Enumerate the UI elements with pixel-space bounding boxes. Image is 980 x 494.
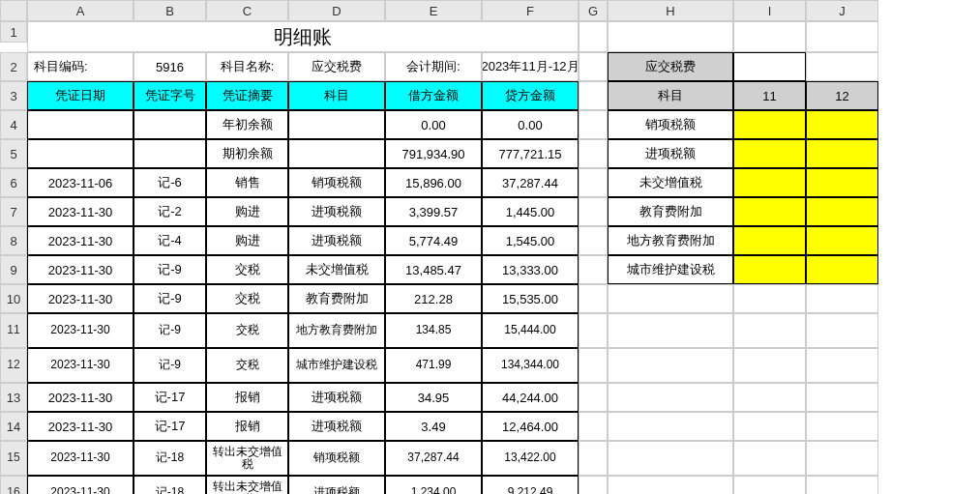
row-header-3[interactable]: 3	[0, 81, 27, 110]
col-header-D[interactable]: D	[288, 0, 385, 21]
cell-credit[interactable]: 37,287.44	[482, 168, 579, 197]
row-header-12[interactable]: 12	[0, 348, 27, 383]
cell-debit[interactable]: 37,287.44	[385, 441, 482, 476]
cell-vno[interactable]: 记-2	[134, 197, 206, 226]
cell-subject[interactable]: 销项税额	[288, 441, 385, 476]
cell-subject[interactable]: 进项税额	[288, 412, 385, 441]
empty-cell[interactable]	[579, 197, 608, 226]
cell-debit[interactable]: 0.00	[385, 110, 482, 139]
cell-vno[interactable]: 记-17	[134, 412, 206, 441]
col-header-E[interactable]: E	[385, 0, 482, 21]
side-val-11[interactable]	[733, 197, 806, 226]
cell-credit[interactable]: 13,333.00	[482, 255, 579, 284]
empty-cell[interactable]	[806, 348, 878, 383]
row-header-8[interactable]: 8	[0, 226, 27, 255]
col-header-J[interactable]: J	[806, 0, 878, 21]
empty-cell[interactable]	[579, 383, 608, 412]
side-val-12[interactable]	[806, 168, 878, 197]
row-header-11[interactable]: 11	[0, 313, 27, 348]
side-val-11[interactable]	[733, 110, 806, 139]
empty-cell[interactable]	[806, 284, 878, 313]
cell-summary[interactable]: 购进	[206, 197, 288, 226]
cell-debit[interactable]: 1,234.00	[385, 476, 482, 494]
cell-credit[interactable]: 1,545.00	[482, 226, 579, 255]
row-header-16[interactable]: 16	[0, 476, 27, 494]
cell-vno[interactable]	[134, 139, 206, 168]
empty-cell[interactable]	[608, 476, 733, 494]
col-header-C[interactable]: C	[206, 0, 288, 21]
cell-debit[interactable]: 5,774.49	[385, 226, 482, 255]
empty-cell[interactable]	[806, 383, 878, 412]
empty-cell[interactable]	[733, 476, 806, 494]
col-header-F[interactable]: F	[482, 0, 579, 21]
cell-credit[interactable]: 12,464.00	[482, 412, 579, 441]
empty-cell[interactable]	[733, 348, 806, 383]
cell-summary[interactable]: 购进	[206, 226, 288, 255]
cell-debit[interactable]: 791,934.90	[385, 139, 482, 168]
cell-credit[interactable]: 134,344.00	[482, 348, 579, 383]
empty-cell[interactable]	[579, 168, 608, 197]
cell-credit[interactable]: 44,244.00	[482, 383, 579, 412]
cell-vno[interactable]: 记-9	[134, 348, 206, 383]
side-val-12[interactable]	[806, 139, 878, 168]
empty-cell[interactable]	[579, 81, 608, 110]
empty-cell[interactable]	[608, 21, 733, 52]
cell-summary[interactable]: 年初余额	[206, 110, 288, 139]
cell-subject[interactable]: 未交增值税	[288, 255, 385, 284]
cell-summary[interactable]: 交税	[206, 348, 288, 383]
cell-vno[interactable]: 记-4	[134, 226, 206, 255]
empty-cell[interactable]	[579, 110, 608, 139]
row-header-4[interactable]: 4	[0, 110, 27, 139]
cell-credit[interactable]: 9,212.49	[482, 476, 579, 494]
side-val-11[interactable]	[733, 226, 806, 255]
row-header-14[interactable]: 14	[0, 412, 27, 441]
empty-cell[interactable]	[806, 21, 878, 52]
corner-cell[interactable]	[0, 0, 27, 21]
empty-cell[interactable]	[733, 441, 806, 476]
row-header-5[interactable]: 5	[0, 139, 27, 168]
cell-date[interactable]: 2023-11-30	[27, 226, 134, 255]
empty-cell[interactable]	[733, 412, 806, 441]
cell-date[interactable]: 2023-11-30	[27, 313, 134, 348]
empty-cell[interactable]	[806, 52, 878, 81]
cell-credit[interactable]: 15,444.00	[482, 313, 579, 348]
cell-debit[interactable]: 212.28	[385, 284, 482, 313]
cell-vno[interactable]: 记-9	[134, 313, 206, 348]
row-header-2[interactable]: 2	[0, 52, 27, 81]
cell-summary[interactable]: 期初余额	[206, 139, 288, 168]
cell-subject[interactable]	[288, 139, 385, 168]
side-val-11[interactable]	[733, 168, 806, 197]
cell-subject[interactable]: 销项税额	[288, 168, 385, 197]
col-header-G[interactable]: G	[579, 0, 608, 21]
cell-summary[interactable]: 转出未交增值税	[206, 441, 288, 476]
cell-debit[interactable]: 3,399.57	[385, 197, 482, 226]
cell-summary[interactable]: 交税	[206, 255, 288, 284]
empty-cell[interactable]	[579, 52, 608, 81]
cell-vno[interactable]	[134, 110, 206, 139]
cell-debit[interactable]: 134.85	[385, 313, 482, 348]
cell-credit[interactable]: 13,422.00	[482, 441, 579, 476]
empty-cell[interactable]	[733, 21, 806, 52]
cell-subject[interactable]: 进项税额	[288, 383, 385, 412]
cell-date[interactable]: 2023-11-30	[27, 476, 134, 494]
cell-debit[interactable]: 15,896.00	[385, 168, 482, 197]
cell-subject[interactable]: 教育费附加	[288, 284, 385, 313]
cell-vno[interactable]: 记-6	[134, 168, 206, 197]
cell-credit[interactable]: 0.00	[482, 110, 579, 139]
cell-date[interactable]: 2023-11-30	[27, 197, 134, 226]
row-header-6[interactable]: 6	[0, 168, 27, 197]
empty-cell[interactable]	[608, 313, 733, 348]
cell-credit[interactable]: 777,721.15	[482, 139, 579, 168]
cell-subject[interactable]: 地方教育费附加	[288, 313, 385, 348]
empty-cell[interactable]	[733, 284, 806, 313]
cell-vno[interactable]: 记-17	[134, 383, 206, 412]
cell-summary[interactable]: 交税	[206, 313, 288, 348]
cell-subject[interactable]	[288, 110, 385, 139]
side-val-12[interactable]	[806, 110, 878, 139]
cell-summary[interactable]: 报销	[206, 383, 288, 412]
col-header-A[interactable]: A	[27, 0, 134, 21]
col-header-B[interactable]: B	[134, 0, 206, 21]
side-val-11[interactable]	[733, 255, 806, 284]
empty-cell[interactable]	[579, 21, 608, 52]
cell-date[interactable]: 2023-11-30	[27, 441, 134, 476]
